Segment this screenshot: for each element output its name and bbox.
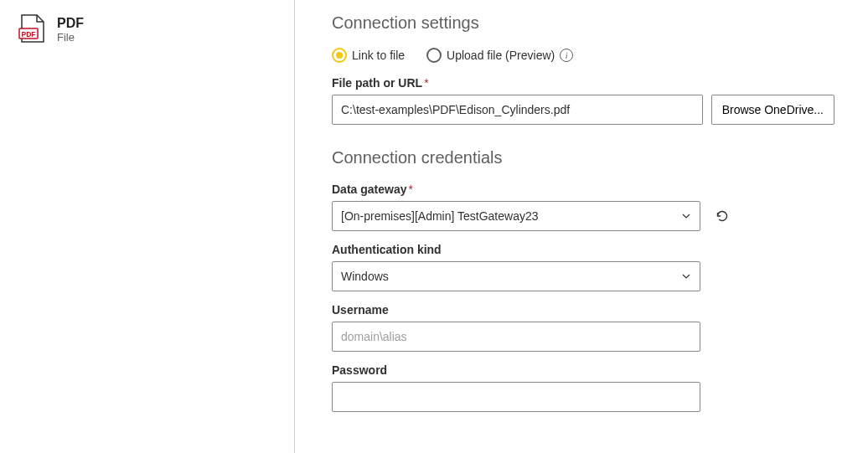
main-panel: Connection settings Link to file Upload … [295,0,868,453]
upload-file-radio[interactable]: Upload file (Preview) i [426,48,573,63]
file-source-radio-group: Link to file Upload file (Preview) i [332,48,834,63]
data-gateway-value: [On-premises][Admin] TestGateway23 [341,209,539,223]
data-gateway-select[interactable]: [On-premises][Admin] TestGateway23 [332,201,700,231]
authentication-kind-select[interactable]: Windows [332,261,700,291]
chevron-down-icon [681,211,691,221]
authentication-kind-label: Authentication kind [332,243,834,256]
link-to-file-radio[interactable]: Link to file [332,48,405,63]
password-input[interactable] [332,382,700,412]
username-input[interactable] [332,322,700,352]
refresh-icon[interactable] [714,208,731,224]
file-path-input[interactable] [332,95,703,125]
connector-sidebar: PDF PDF File [0,0,295,453]
connection-settings-heading: Connection settings [332,13,834,33]
upload-file-label: Upload file (Preview) [447,49,555,62]
chevron-down-icon [681,271,691,281]
data-gateway-label: Data gateway* [332,183,834,196]
authentication-kind-value: Windows [341,270,389,283]
connector-subtitle: File [57,31,84,44]
info-icon[interactable]: i [560,49,573,62]
radio-selected-icon [332,48,347,63]
connector-title: PDF [57,15,84,31]
connection-credentials-heading: Connection credentials [332,148,834,167]
link-to-file-label: Link to file [352,49,405,62]
radio-unselected-icon [426,48,442,63]
file-path-label: File path or URL* [332,76,834,90]
password-label: Password [332,363,834,377]
svg-text:PDF: PDF [22,30,36,39]
username-label: Username [332,303,834,317]
pdf-file-icon: PDF [17,13,47,44]
browse-onedrive-button[interactable]: Browse OneDrive... [711,95,834,125]
